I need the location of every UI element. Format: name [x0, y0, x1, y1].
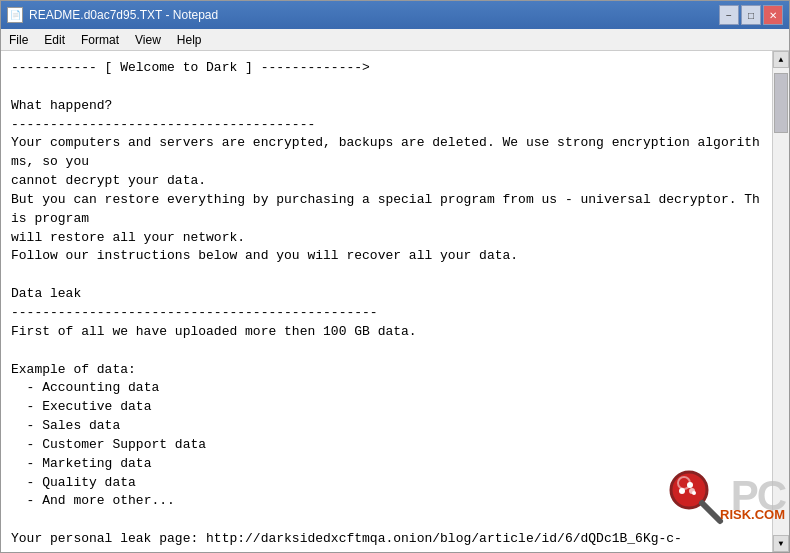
notepad-icon: 📄 [7, 7, 23, 23]
text-content[interactable]: ----------- [ Welcome to Dark ] --------… [1, 51, 772, 552]
scrollbar[interactable]: ▲ ▼ [772, 51, 789, 552]
menu-file[interactable]: File [1, 31, 36, 49]
scroll-up-button[interactable]: ▲ [773, 51, 789, 68]
title-bar: 📄 README.d0ac7d95.TXT - Notepad − □ ✕ [1, 1, 789, 29]
menu-bar: File Edit Format View Help [1, 29, 789, 51]
menu-view[interactable]: View [127, 31, 169, 49]
scroll-thumb[interactable] [774, 73, 788, 133]
menu-help[interactable]: Help [169, 31, 210, 49]
content-wrapper: ----------- [ Welcome to Dark ] --------… [1, 51, 789, 552]
maximize-button[interactable]: □ [741, 5, 761, 25]
close-button[interactable]: ✕ [763, 5, 783, 25]
window-controls: − □ ✕ [719, 5, 783, 25]
minimize-button[interactable]: − [719, 5, 739, 25]
notepad-window: 📄 README.d0ac7d95.TXT - Notepad − □ ✕ Fi… [0, 0, 790, 553]
scroll-track[interactable] [773, 68, 789, 535]
title-bar-left: 📄 README.d0ac7d95.TXT - Notepad [7, 7, 218, 23]
scroll-down-button[interactable]: ▼ [773, 535, 789, 552]
window-title: README.d0ac7d95.TXT - Notepad [29, 8, 218, 22]
menu-edit[interactable]: Edit [36, 31, 73, 49]
menu-format[interactable]: Format [73, 31, 127, 49]
